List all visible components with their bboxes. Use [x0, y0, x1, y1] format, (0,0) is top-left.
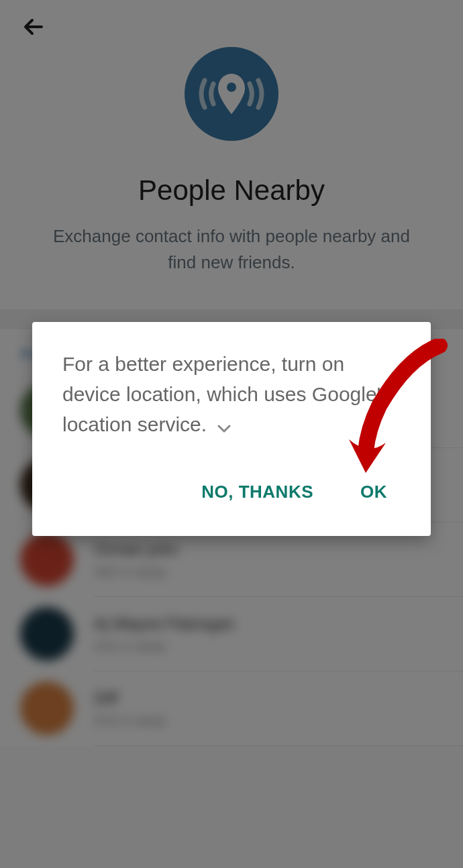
no-thanks-button[interactable]: NO, THANKS [198, 475, 317, 509]
dialog-message: For a better experience, turn on device … [62, 349, 401, 441]
location-dialog: For a better experience, turn on device … [32, 322, 431, 536]
ok-button[interactable]: OK [357, 475, 391, 509]
dialog-actions: NO, THANKS OK [62, 475, 401, 523]
chevron-down-icon[interactable] [217, 411, 231, 441]
